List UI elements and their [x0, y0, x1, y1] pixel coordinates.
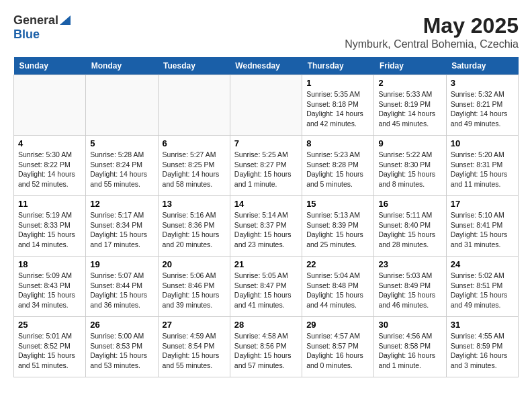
calendar-table: SundayMondayTuesdayWednesdayThursdayFrid… — [13, 57, 519, 377]
day-number: 1 — [306, 78, 369, 88]
day-header-saturday: Saturday — [446, 57, 518, 75]
cell-details: Sunrise: 5:00 AMSunset: 8:53 PMDaylight:… — [90, 331, 153, 371]
cell-details: Sunrise: 5:32 AMSunset: 8:21 PMDaylight:… — [451, 89, 514, 129]
day-number: 8 — [306, 138, 369, 148]
day-number: 20 — [163, 259, 226, 269]
calendar-header-row: SundayMondayTuesdayWednesdayThursdayFrid… — [14, 57, 519, 75]
day-number: 10 — [451, 138, 514, 148]
calendar-cell-7: 7Sunrise: 5:25 AMSunset: 8:27 PMDaylight… — [230, 136, 302, 196]
day-number: 7 — [234, 138, 298, 148]
calendar-cell-22: 22Sunrise: 5:04 AMSunset: 8:48 PMDayligh… — [302, 257, 374, 317]
cell-details: Sunrise: 5:06 AMSunset: 8:46 PMDaylight:… — [163, 271, 226, 310]
day-number: 31 — [451, 320, 514, 330]
day-number: 27 — [163, 320, 226, 330]
day-number: 18 — [18, 259, 81, 269]
cell-details: Sunrise: 5:02 AMSunset: 8:51 PMDaylight:… — [451, 271, 514, 310]
cell-details: Sunrise: 5:23 AMSunset: 8:28 PMDaylight:… — [306, 150, 369, 189]
calendar-cell-empty-0-0 — [14, 75, 86, 136]
week-row-3: 11Sunrise: 5:19 AMSunset: 8:33 PMDayligh… — [14, 196, 519, 257]
day-number: 6 — [163, 138, 226, 148]
calendar-cell-13: 13Sunrise: 5:16 AMSunset: 8:36 PMDayligh… — [158, 196, 230, 257]
cell-details: Sunrise: 4:59 AMSunset: 8:54 PMDaylight:… — [163, 331, 226, 371]
calendar-cell-empty-0-2 — [158, 75, 230, 136]
calendar-body: 1Sunrise: 5:35 AMSunset: 8:18 PMDaylight… — [14, 75, 519, 377]
calendar-cell-17: 17Sunrise: 5:10 AMSunset: 8:41 PMDayligh… — [446, 196, 518, 257]
calendar-cell-1: 1Sunrise: 5:35 AMSunset: 8:18 PMDaylight… — [302, 75, 374, 136]
title-block: May 2025 Nymburk, Central Bohemia, Czech… — [345, 13, 519, 50]
cell-details: Sunrise: 5:05 AMSunset: 8:47 PMDaylight:… — [234, 271, 298, 310]
week-row-5: 25Sunrise: 5:01 AMSunset: 8:52 PMDayligh… — [14, 317, 519, 377]
calendar-cell-20: 20Sunrise: 5:06 AMSunset: 8:46 PMDayligh… — [158, 257, 230, 317]
day-number: 12 — [90, 199, 153, 209]
day-number: 16 — [378, 199, 441, 209]
day-header-sunday: Sunday — [14, 57, 86, 75]
cell-details: Sunrise: 4:57 AMSunset: 8:57 PMDaylight:… — [306, 331, 369, 371]
calendar-cell-15: 15Sunrise: 5:13 AMSunset: 8:39 PMDayligh… — [302, 196, 374, 257]
cell-details: Sunrise: 5:10 AMSunset: 8:41 PMDaylight:… — [451, 210, 514, 250]
day-header-thursday: Thursday — [302, 57, 374, 75]
day-header-friday: Friday — [374, 57, 446, 75]
calendar-cell-27: 27Sunrise: 4:59 AMSunset: 8:54 PMDayligh… — [158, 317, 230, 377]
cell-details: Sunrise: 5:13 AMSunset: 8:39 PMDaylight:… — [306, 210, 369, 250]
logo-blue-text: Blue — [13, 28, 40, 41]
cell-details: Sunrise: 5:07 AMSunset: 8:44 PMDaylight:… — [90, 271, 153, 310]
cell-details: Sunrise: 5:11 AMSunset: 8:40 PMDaylight:… — [378, 210, 441, 250]
cell-details: Sunrise: 5:17 AMSunset: 8:34 PMDaylight:… — [90, 210, 153, 250]
cell-details: Sunrise: 5:01 AMSunset: 8:52 PMDaylight:… — [18, 331, 81, 371]
main-title: May 2025 — [345, 13, 519, 38]
cell-details: Sunrise: 5:33 AMSunset: 8:19 PMDaylight:… — [378, 89, 441, 129]
cell-details: Sunrise: 4:56 AMSunset: 8:58 PMDaylight:… — [378, 331, 441, 371]
calendar-cell-empty-0-3 — [230, 75, 302, 136]
calendar-cell-30: 30Sunrise: 4:56 AMSunset: 8:58 PMDayligh… — [374, 317, 446, 377]
cell-details: Sunrise: 4:58 AMSunset: 8:56 PMDaylight:… — [234, 331, 298, 371]
day-header-monday: Monday — [86, 57, 158, 75]
day-number: 22 — [306, 259, 369, 269]
day-number: 28 — [234, 320, 298, 330]
calendar-cell-11: 11Sunrise: 5:19 AMSunset: 8:33 PMDayligh… — [14, 196, 86, 257]
calendar-cell-2: 2Sunrise: 5:33 AMSunset: 8:19 PMDaylight… — [374, 75, 446, 136]
calendar-cell-19: 19Sunrise: 5:07 AMSunset: 8:44 PMDayligh… — [86, 257, 158, 317]
day-number: 29 — [306, 320, 369, 330]
cell-details: Sunrise: 5:35 AMSunset: 8:18 PMDaylight:… — [306, 89, 369, 129]
calendar-cell-25: 25Sunrise: 5:01 AMSunset: 8:52 PMDayligh… — [14, 317, 86, 377]
cell-details: Sunrise: 5:20 AMSunset: 8:31 PMDaylight:… — [451, 150, 514, 189]
day-header-wednesday: Wednesday — [230, 57, 302, 75]
day-header-tuesday: Tuesday — [158, 57, 230, 75]
cell-details: Sunrise: 5:22 AMSunset: 8:30 PMDaylight:… — [378, 150, 441, 189]
day-number: 13 — [163, 199, 226, 209]
day-number: 25 — [18, 320, 81, 330]
cell-details: Sunrise: 5:14 AMSunset: 8:37 PMDaylight:… — [234, 210, 298, 250]
calendar-cell-3: 3Sunrise: 5:32 AMSunset: 8:21 PMDaylight… — [446, 75, 518, 136]
day-number: 26 — [90, 320, 153, 330]
day-number: 24 — [451, 259, 514, 269]
cell-details: Sunrise: 5:16 AMSunset: 8:36 PMDaylight:… — [163, 210, 226, 250]
day-number: 11 — [18, 199, 81, 209]
cell-details: Sunrise: 5:19 AMSunset: 8:33 PMDaylight:… — [18, 210, 81, 250]
day-number: 9 — [378, 138, 441, 148]
cell-details: Sunrise: 5:04 AMSunset: 8:48 PMDaylight:… — [306, 271, 369, 310]
calendar-cell-28: 28Sunrise: 4:58 AMSunset: 8:56 PMDayligh… — [230, 317, 302, 377]
calendar-cell-18: 18Sunrise: 5:09 AMSunset: 8:43 PMDayligh… — [14, 257, 86, 317]
day-number: 4 — [18, 138, 81, 148]
cell-details: Sunrise: 5:27 AMSunset: 8:25 PMDaylight:… — [163, 150, 226, 189]
calendar-cell-14: 14Sunrise: 5:14 AMSunset: 8:37 PMDayligh… — [230, 196, 302, 257]
svg-marker-0 — [60, 15, 71, 25]
cell-details: Sunrise: 5:25 AMSunset: 8:27 PMDaylight:… — [234, 150, 298, 189]
cell-details: Sunrise: 4:55 AMSunset: 8:59 PMDaylight:… — [451, 331, 514, 371]
day-number: 15 — [306, 199, 369, 209]
calendar-cell-10: 10Sunrise: 5:20 AMSunset: 8:31 PMDayligh… — [446, 136, 518, 196]
week-row-4: 18Sunrise: 5:09 AMSunset: 8:43 PMDayligh… — [14, 257, 519, 317]
cell-details: Sunrise: 5:09 AMSunset: 8:43 PMDaylight:… — [18, 271, 81, 310]
day-number: 19 — [90, 259, 153, 269]
calendar-cell-29: 29Sunrise: 4:57 AMSunset: 8:57 PMDayligh… — [302, 317, 374, 377]
calendar-cell-21: 21Sunrise: 5:05 AMSunset: 8:47 PMDayligh… — [230, 257, 302, 317]
logo: General Blue — [13, 13, 71, 42]
calendar-cell-26: 26Sunrise: 5:00 AMSunset: 8:53 PMDayligh… — [86, 317, 158, 377]
logo-general-text: General — [13, 13, 58, 28]
calendar-cell-8: 8Sunrise: 5:23 AMSunset: 8:28 PMDaylight… — [302, 136, 374, 196]
calendar-cell-24: 24Sunrise: 5:02 AMSunset: 8:51 PMDayligh… — [446, 257, 518, 317]
cell-details: Sunrise: 5:28 AMSunset: 8:24 PMDaylight:… — [90, 150, 153, 189]
day-number: 2 — [378, 78, 441, 88]
day-number: 17 — [451, 199, 514, 209]
calendar-cell-6: 6Sunrise: 5:27 AMSunset: 8:25 PMDaylight… — [158, 136, 230, 196]
